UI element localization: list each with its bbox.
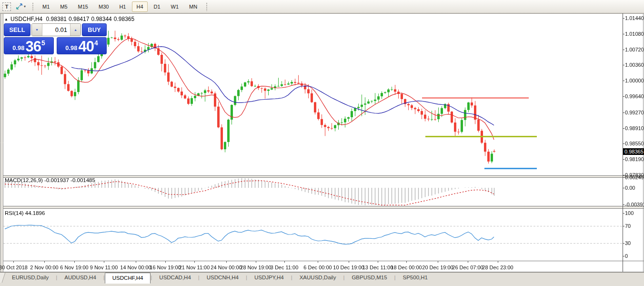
macd-axis-label: 0.00 (625, 185, 635, 191)
tab-eurusd-daily[interactable]: EURUSD,Daily (5, 273, 56, 284)
price-axis-label: 1.00000 (625, 78, 644, 83)
time-axis-label: 28 Dec 23:00 (482, 265, 513, 270)
chart-ohlc-header: ▲USDCHF,H4 0.983810.984170.983440.98365 (4, 16, 136, 22)
volume-increase-button[interactable]: ▴ (70, 24, 80, 36)
price-axis-label: 1.00360 (625, 62, 644, 68)
rsi-axis-label: 30 (625, 240, 631, 246)
rsi-axis-label: 70 (625, 223, 631, 229)
rsi-axis-label: 0 (625, 253, 628, 259)
price-axis-label: 0.98190 (625, 156, 644, 162)
price-axis-label: 1.01440 (625, 15, 644, 21)
time-axis-label: 10 Dec 19:00 (333, 265, 364, 270)
price-axis-label: 0.99270 (625, 110, 644, 115)
price-axis-label: 0.98910 (625, 125, 644, 131)
timeframe-h1[interactable]: H1 (115, 1, 130, 12)
tab-usdchf-h4[interactable]: USDCHF,H4 (105, 273, 151, 284)
sell-price-base: 0.98 (12, 44, 24, 51)
time-axis-label: 6 Nov 19:00 (60, 265, 88, 270)
timeframe-m15[interactable]: M15 (74, 1, 92, 12)
time-axis-label: 20 Dec 19:00 (422, 265, 453, 270)
current-price-badge: 0.98365 (623, 148, 644, 155)
rsi-axis-label: 100 (625, 210, 634, 216)
buy-price-base: 0.98 (65, 44, 77, 51)
tab-usdjpy-h4[interactable]: USDJPY,H4 (247, 273, 291, 284)
timeframe-m5[interactable]: M5 (56, 1, 71, 12)
chevron-down-icon[interactable]: ▾ (24, 4, 26, 9)
timeframe-mn[interactable]: MN (185, 1, 201, 12)
time-axis-label: 13 Dec 11:00 (362, 265, 393, 270)
buy-price-point: 4 (94, 39, 98, 47)
tabs-container: EURUSD,Daily|AUDUSD,H4|USDCHF,H4|USDCAD,… (5, 273, 435, 284)
text-label-tool-icon[interactable]: T (2, 2, 11, 11)
mt4-window: T ▾ M1M5M15M30H1H4D1W1MN ▲USDCHF,H4 0.98… (0, 0, 644, 286)
macd-label: MACD(12,26,9) -0.001937 -0.001485 (5, 177, 95, 183)
sell-button[interactable]: SELL (4, 23, 30, 36)
sell-price-pips: 36 (26, 40, 41, 53)
price-axis-label: 0.98550 (625, 141, 644, 146)
price-axis-label: 1.01080 (625, 31, 644, 37)
time-axis-label: 28 Nov 19:00 (240, 265, 271, 270)
cursor-arrows-icon[interactable] (15, 2, 23, 11)
timeframe-h4[interactable]: H4 (132, 1, 147, 12)
timeframe-group: M1M5M15M30H1H4D1W1MN (37, 1, 202, 12)
ohlc-open: 0.98381 (46, 16, 67, 22)
volume-box: ▾ ▴ (31, 23, 81, 36)
tab-sp500-h1[interactable]: SP500,H1 (396, 273, 435, 284)
time-axis-label: 21 Nov 11:00 (179, 265, 210, 270)
collapse-triangle-icon[interactable]: ▲ (4, 17, 8, 21)
time-axis-label: 18 Dec 00:00 (391, 265, 422, 270)
buy-button[interactable]: BUY (82, 23, 107, 36)
toolbar: T ▾ M1M5M15M30H1H4D1W1MN (0, 0, 644, 13)
one-click-trading-panel: SELL ▾ ▴ BUY 0.98 36 5 0.98 40 4 (4, 23, 107, 54)
rsi-label: RSI(14) 44.1896 (5, 210, 45, 216)
sell-price-point: 5 (41, 39, 45, 47)
buy-price-pips: 40 (79, 40, 94, 53)
tabs-bar: EURUSD,Daily|AUDUSD,H4|USDCHF,H4|USDCAD,… (0, 272, 644, 286)
time-axis-label: 6 Dec 00:00 (303, 265, 332, 270)
timeframe-m1[interactable]: M1 (38, 1, 54, 12)
time-axis-label: 14 Nov 00:00 (120, 265, 151, 270)
time-axis-label: 24 Nov 00:00 (211, 265, 242, 270)
time-axis-label: 16 Nov 19:00 (150, 265, 181, 270)
tab-usdcad-h4[interactable]: USDCAD,H4 (152, 273, 198, 284)
time-axis-label: 9 Nov 11:00 (90, 265, 118, 270)
volume-decrease-button[interactable]: ▾ (32, 24, 42, 36)
time-axis-label: 3 Dec 11:00 (271, 265, 299, 270)
toolbar-grip (206, 2, 208, 11)
ohlc-low: 0.98344 (91, 16, 111, 22)
time-axis-label: 26 Dec 07:00 (452, 265, 483, 270)
tab-usdcnh-h4[interactable]: USDCNH,H4 (200, 273, 246, 284)
timeframe-m30[interactable]: M30 (94, 1, 113, 12)
tab-xauusd-daily[interactable]: XAUUSD,Daily (292, 273, 343, 284)
ohlc-high: 0.98417 (69, 16, 89, 22)
timeframe-w1[interactable]: W1 (167, 1, 183, 12)
volume-input[interactable] (42, 24, 70, 36)
price-axis-label: 1.00720 (625, 47, 644, 52)
buy-price-button[interactable]: 0.98 40 4 (57, 37, 107, 54)
ohlc-close: 0.98365 (114, 16, 134, 22)
tab-audusd-h4[interactable]: AUDUSD,H4 (57, 273, 103, 284)
tab-gbpusd-m15[interactable]: GBPUSD,M15 (344, 273, 394, 284)
price-axis-label: 0.99640 (625, 93, 644, 99)
macd-axis-label: -0.003913 (625, 202, 644, 207)
text-tool-glyph: T (5, 4, 9, 10)
toolbar-grip (32, 2, 34, 11)
timeframe-d1[interactable]: D1 (150, 1, 165, 12)
chart-symbol-title: USDCHF,H4 (10, 16, 42, 22)
macd-axis-label: 0.002492 (625, 174, 644, 180)
time-axis-label: 30 Oct 2018 (0, 265, 28, 270)
time-axis-label: 2 Nov 00:00 (30, 265, 58, 270)
sell-price-button[interactable]: 0.98 36 5 (4, 37, 54, 54)
